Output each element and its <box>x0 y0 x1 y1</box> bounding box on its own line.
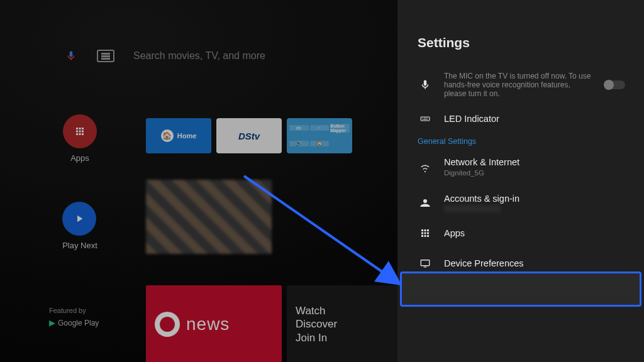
svg-rect-21 <box>424 266 427 267</box>
led-icon: LED <box>418 113 433 124</box>
svg-rect-14 <box>421 232 423 234</box>
mic-toggle[interactable] <box>605 80 625 89</box>
apps-grid-icon <box>418 228 433 239</box>
svg-rect-18 <box>425 235 426 237</box>
account-icon <box>418 197 433 209</box>
settings-item-led[interactable]: LED LED Indicator <box>397 106 644 132</box>
svg-rect-17 <box>421 235 423 237</box>
svg-rect-11 <box>421 229 423 231</box>
settings-item-network[interactable]: Network & Internet Dignited_5G <box>397 150 644 186</box>
svg-rect-12 <box>425 229 426 231</box>
settings-item-apps[interactable]: Apps <box>397 220 644 246</box>
svg-rect-19 <box>427 235 429 237</box>
settings-item-mic-hint[interactable]: The MIC on the TV is turned off now. To … <box>397 64 644 106</box>
svg-rect-15 <box>425 232 426 234</box>
tv-icon <box>418 258 433 269</box>
svg-rect-20 <box>421 260 430 265</box>
settings-item-accounts[interactable]: Accounts & sign-in <box>397 186 644 220</box>
settings-title: Settings <box>397 35 644 64</box>
svg-text:LED: LED <box>423 118 429 121</box>
svg-rect-16 <box>427 232 429 234</box>
settings-panel: Settings The MIC on the TV is turned off… <box>397 0 644 362</box>
wifi-icon <box>418 162 433 173</box>
svg-rect-13 <box>427 229 429 231</box>
settings-section-general: General Settings <box>397 132 644 150</box>
mic-icon <box>418 79 433 90</box>
settings-item-device-preferences[interactable]: Device Preferences <box>397 246 644 280</box>
